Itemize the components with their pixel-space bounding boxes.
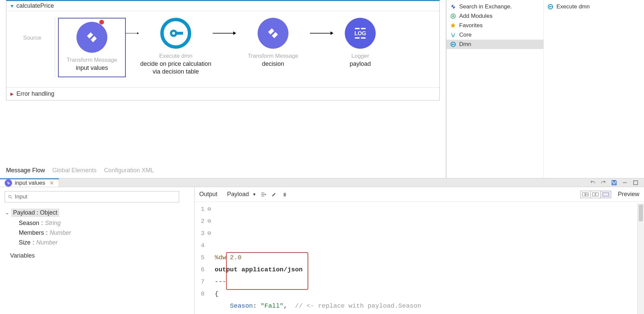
flow-container: ▼ calculatePrice Source Transform Messag… (6, 0, 440, 100)
flow-node-transform-1[interactable]: Transform Message input values (55, 18, 129, 77)
flow-arrow-icon (310, 18, 333, 49)
field-name: Size (19, 239, 31, 246)
svg-rect-21 (613, 180, 615, 182)
scrollbar-thumb[interactable] (639, 205, 643, 221)
flow-name: calculatePrice (16, 2, 54, 9)
palette-core[interactable]: Core (446, 30, 543, 40)
field-type: Number (36, 239, 58, 246)
svg-line-26 (11, 197, 12, 199)
svg-point-4 (172, 32, 175, 35)
flow-canvas[interactable]: ▼ calculatePrice Source Transform Messag… (0, 0, 446, 178)
node-selection-box: Transform Message input values (58, 18, 126, 77)
tree-field[interactable]: Size : Number (5, 238, 190, 248)
svg-rect-9 (355, 28, 360, 29)
preview-button[interactable]: Preview (618, 191, 639, 198)
input-search[interactable]: Input (5, 191, 179, 203)
svg-rect-10 (361, 28, 366, 29)
save-icon[interactable] (610, 179, 618, 186)
svg-point-25 (9, 195, 11, 198)
undo-icon[interactable] (589, 179, 596, 186)
palette-label: Dmn (459, 41, 471, 48)
flow-arrow-icon (213, 18, 236, 49)
svg-rect-11 (355, 37, 360, 39)
minimize-icon[interactable] (621, 179, 629, 186)
dmn-icon (160, 18, 191, 49)
tree-field[interactable]: Season : String (5, 218, 190, 228)
code-editor[interactable]: %dw 2.0output application/json---{ Seaso… (213, 203, 637, 314)
tab-configuration-xml[interactable]: Configuration XML (104, 167, 154, 174)
flow-node-transform-2[interactable]: Transform Message decision (236, 18, 310, 68)
delete-icon[interactable] (281, 191, 288, 198)
field-type: Number (50, 229, 71, 236)
node-type-label: Logger (352, 53, 369, 59)
highlight-box (226, 252, 308, 290)
vertical-scrollbar[interactable] (637, 203, 644, 314)
transform-icon (76, 22, 107, 53)
node-name-label: decision (262, 60, 284, 68)
tree-payload-root[interactable]: ⌄ Payload : Object (5, 207, 190, 218)
node-type-label: Execute dmn (159, 53, 192, 59)
tree-variables[interactable]: Variables (5, 252, 190, 259)
field-type: String (45, 220, 61, 227)
output-label: Output (199, 191, 217, 198)
palette-op-execute-dmn[interactable]: Execute dmn (544, 2, 644, 11)
palette-favorites[interactable]: Favorites (446, 21, 543, 30)
svg-rect-32 (603, 193, 609, 196)
canvas-view-tabs: Message Flow Global Elements Configurati… (6, 164, 440, 178)
palette-dmn[interactable]: Dmn (446, 40, 543, 49)
field-name: Members (19, 229, 44, 236)
flow-node-logger[interactable]: LOG Logger payload (333, 18, 387, 68)
tab-message-flow[interactable]: Message Flow (6, 167, 45, 174)
search-placeholder: Input (15, 193, 28, 200)
svg-rect-20 (550, 6, 552, 7)
palette-label: Add Modules (459, 13, 492, 19)
dropdown-icon[interactable]: ▼ (252, 192, 256, 197)
flow-node-execute-dmn[interactable]: Execute dmn decide on price calculation … (139, 18, 213, 76)
svg-rect-30 (592, 193, 595, 196)
svg-rect-22 (613, 183, 615, 184)
transform-icon (5, 179, 12, 187)
add-target-icon[interactable] (260, 191, 267, 198)
chevron-down-icon[interactable]: ⌄ (5, 210, 9, 215)
node-name-label: input values (76, 64, 108, 72)
transform-icon (258, 18, 288, 49)
output-target[interactable]: Payload (227, 191, 249, 198)
palette-search-exchange[interactable]: Search in Exchange. (446, 2, 543, 11)
flow-source-slot[interactable]: Source (10, 18, 55, 77)
layout-picker[interactable] (580, 191, 611, 198)
field-name: Season (19, 220, 39, 227)
tab-global-elements[interactable]: Global Elements (52, 167, 97, 174)
palette-add-modules[interactable]: Add Modules (446, 11, 543, 21)
breakpoint-icon[interactable] (99, 20, 104, 25)
exchange-icon (450, 3, 457, 10)
search-icon (8, 194, 13, 199)
tree-payload-label: Payload : Object (11, 209, 59, 217)
bottom-tab-input-values[interactable]: input values ✕ (0, 178, 59, 187)
svg-text:LOG: LOG (355, 31, 366, 36)
star-icon (450, 22, 457, 29)
node-type-label: Transform Message (248, 53, 299, 59)
logger-icon: LOG (345, 18, 376, 49)
svg-rect-3 (176, 32, 183, 35)
layout-option-2-icon[interactable] (591, 191, 601, 198)
collapse-icon[interactable]: ▼ (10, 3, 14, 9)
svg-rect-17 (453, 44, 455, 45)
mule-palette: Search in Exchange. Add Modules Favorite… (446, 0, 644, 178)
fold-gutter[interactable]: ⊖⊖⊖ (206, 203, 213, 314)
layout-option-3-icon[interactable] (601, 191, 611, 198)
svg-rect-12 (361, 37, 366, 39)
node-name-label: decide on price calculation via decision… (139, 60, 213, 76)
redo-icon[interactable] (600, 179, 607, 186)
svg-rect-27 (582, 193, 585, 196)
layout-option-1-icon[interactable] (581, 191, 591, 198)
tree-field[interactable]: Members : Number (5, 228, 190, 238)
edit-icon[interactable] (270, 191, 278, 198)
error-handling-section[interactable]: ▶ Error handling (6, 87, 439, 100)
node-name-label: payload (350, 60, 371, 68)
expand-icon[interactable]: ▶ (10, 91, 14, 96)
flow-header[interactable]: ▼ calculatePrice (6, 1, 439, 11)
palette-label: Execute dmn (556, 3, 590, 10)
maximize-icon[interactable] (632, 179, 639, 186)
palette-label: Core (459, 32, 472, 38)
close-icon[interactable]: ✕ (49, 180, 54, 187)
